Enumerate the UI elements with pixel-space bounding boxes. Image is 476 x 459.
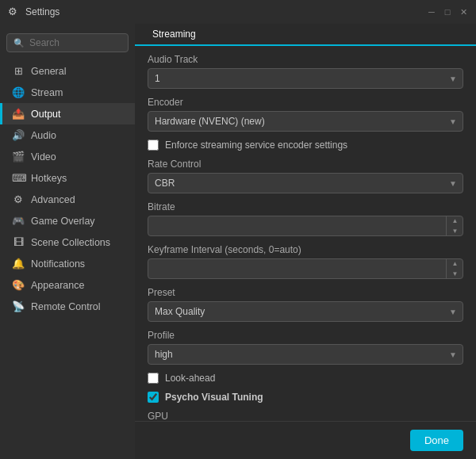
sidebar-item-general[interactable]: ⊞ General [0,60,135,82]
look-ahead-row: Look-ahead [148,373,463,384]
keyframe-decrement-button[interactable]: ▼ [447,269,463,279]
sidebar-item-label: Stream [31,87,63,98]
sidebar-item-label: Notifications [31,258,85,270]
hotkeys-icon: ⌨ [12,172,25,184]
sidebar-item-label: Hotkeys [31,173,67,184]
sidebar-item-appearance[interactable]: 🎨 Appearance [0,274,135,296]
search-box[interactable]: 🔍 [6,33,129,52]
encoder-group: Encoder Hardware (NVENC) (new) Software … [148,97,463,132]
enforce-label: Enforce streaming service encoder settin… [165,140,347,151]
gpu-label: GPU [148,411,463,421]
tab-streaming[interactable]: Streaming [143,24,205,46]
profile-group: Profile high main baseline auto ▼ [148,330,463,365]
general-icon: ⊞ [12,65,25,77]
sidebar-item-remote-control[interactable]: 📡 Remote Control [0,296,135,317]
sidebar-item-hotkeys[interactable]: ⌨ Hotkeys [0,167,135,189]
footer-bar: Done [135,421,476,459]
keyframe-input[interactable]: 2 [148,258,463,279]
sidebar-item-output[interactable]: 📤 Output [0,103,135,124]
advanced-icon: ⚙ [12,193,25,205]
preset-select[interactable]: Max Quality High Quality Quality Perform… [148,301,463,322]
sidebar-item-label: Output [31,109,61,120]
notifications-icon: 🔔 [12,258,25,270]
preset-group: Preset Max Quality High Quality Quality … [148,287,463,322]
remote-control-icon: 📡 [12,300,25,312]
profile-label: Profile [148,330,463,341]
rate-control-select-wrapper: CBR VBR CQP LOSSLESS ▼ [148,173,463,193]
look-ahead-checkbox[interactable] [148,373,159,384]
sidebar-item-label: Audio [31,130,56,141]
bitrate-input[interactable]: 8000 [148,216,463,236]
rate-control-label: Rate Control [148,159,463,170]
sidebar-item-video[interactable]: 🎬 Video [0,146,135,167]
encoder-select[interactable]: Hardware (NVENC) (new) Software (x264) H… [148,111,463,132]
enforce-checkbox[interactable] [148,140,159,151]
sidebar-item-label: General [31,66,66,77]
encoder-label: Encoder [148,97,463,108]
bitrate-decrement-button[interactable]: ▼ [447,226,463,236]
rate-control-group: Rate Control CBR VBR CQP LOSSLESS ▼ [148,159,463,193]
bitrate-spinner-arrows: ▲ ▼ [446,216,463,236]
profile-select[interactable]: high main baseline auto [148,344,463,365]
close-button[interactable]: ✕ [459,7,468,17]
rate-control-select[interactable]: CBR VBR CQP LOSSLESS [148,173,463,193]
appearance-icon: 🎨 [12,279,25,291]
content-scroll: Audio Track 1 2 3 4 5 6 ▼ Encoder [135,46,476,421]
audio-track-select-wrapper: 1 2 3 4 5 6 ▼ [148,68,463,89]
done-button[interactable]: Done [410,430,463,451]
scene-collections-icon: 🎞 [12,236,25,248]
sidebar: 🔍 ⊞ General 🌐 Stream 📤 Output 🔊 Audio 🎬 … [0,24,135,459]
audio-icon: 🔊 [12,129,25,141]
keyframe-increment-button[interactable]: ▲ [447,258,463,269]
sidebar-item-label: Advanced [31,194,75,205]
sidebar-item-scene-collections[interactable]: 🎞 Scene Collections [0,231,135,253]
keyframe-label: Keyframe Interval (seconds, 0=auto) [148,244,463,255]
bitrate-spinner-wrapper: 8000 ▲ ▼ [148,216,463,236]
sidebar-item-audio[interactable]: 🔊 Audio [0,124,135,146]
keyframe-group: Keyframe Interval (seconds, 0=auto) 2 ▲ … [148,244,463,279]
maximize-button[interactable]: □ [443,7,452,17]
main-layout: 🔍 ⊞ General 🌐 Stream 📤 Output 🔊 Audio 🎬 … [0,24,476,459]
encoder-select-wrapper: Hardware (NVENC) (new) Software (x264) H… [148,111,463,132]
sidebar-item-label: Video [31,151,56,163]
bitrate-group: Bitrate 8000 ▲ ▼ [148,201,463,236]
minimize-button[interactable]: ─ [427,7,436,17]
output-icon: 📤 [12,108,25,120]
search-icon: 🔍 [13,38,25,48]
sidebar-item-game-overlay[interactable]: 🎮 Game Overlay [0,210,135,231]
app-icon: ⚙ [8,6,21,18]
enforce-row: Enforce streaming service encoder settin… [148,140,463,151]
keyframe-spinner-wrapper: 2 ▲ ▼ [148,258,463,279]
look-ahead-label: Look-ahead [165,373,215,384]
game-overlay-icon: 🎮 [12,215,25,227]
psycho-visual-label: Psycho Visual Tuning [165,392,263,403]
titlebar: ⚙ Settings ─ □ ✕ [0,0,476,24]
preset-select-wrapper: Max Quality High Quality Quality Perform… [148,301,463,322]
preset-label: Preset [148,287,463,298]
sidebar-item-notifications[interactable]: 🔔 Notifications [0,253,135,274]
stream-icon: 🌐 [12,86,25,98]
search-input[interactable] [29,37,121,48]
bitrate-label: Bitrate [148,201,463,212]
tab-bar: Streaming [135,24,476,46]
sidebar-item-stream[interactable]: 🌐 Stream [0,82,135,103]
sidebar-item-label: Remote Control [31,301,101,312]
video-icon: 🎬 [12,151,25,163]
psycho-visual-row: Psycho Visual Tuning [148,392,463,403]
psycho-visual-checkbox[interactable] [148,392,159,403]
audio-track-group: Audio Track 1 2 3 4 5 6 ▼ [148,54,463,89]
content-area: Streaming Audio Track 1 2 3 4 5 6 ▼ [135,24,476,459]
bitrate-increment-button[interactable]: ▲ [447,216,463,226]
window-title: Settings [25,6,427,17]
profile-select-wrapper: high main baseline auto ▼ [148,344,463,365]
sidebar-item-label: Scene Collections [31,237,110,248]
audio-track-select[interactable]: 1 2 3 4 5 6 [148,68,463,89]
window-controls[interactable]: ─ □ ✕ [427,7,468,17]
keyframe-spinner-arrows: ▲ ▼ [446,258,463,279]
sidebar-item-label: Appearance [31,280,84,291]
audio-track-label: Audio Track [148,54,463,65]
sidebar-item-advanced[interactable]: ⚙ Advanced [0,189,135,210]
gpu-group: GPU 0 ▲ ▼ [148,411,463,421]
sidebar-item-label: Game Overlay [31,216,95,227]
